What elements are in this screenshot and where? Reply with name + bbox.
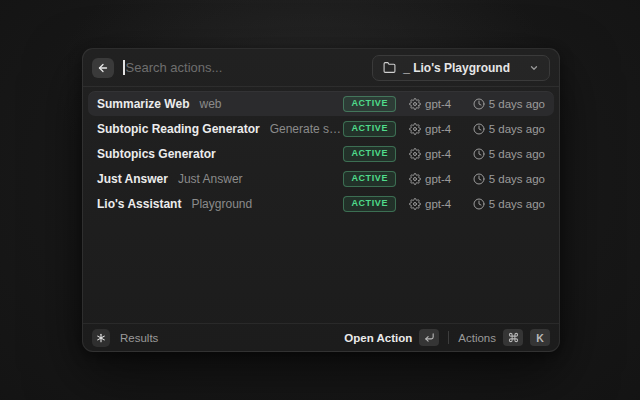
status-badge: ACTIVE (343, 146, 396, 162)
open-action-hint[interactable]: Open Action (344, 329, 439, 346)
project-selector-label: _ Lio's Playground (403, 61, 510, 75)
clock-icon (473, 198, 485, 210)
clock-icon (473, 148, 485, 160)
chevron-down-icon (529, 63, 539, 73)
action-palette-window: _ Lio's Playground Summarize Web web ACT… (82, 48, 560, 352)
updated-meta: 5 days ago (473, 98, 545, 110)
return-key-icon (419, 329, 439, 346)
model-meta: gpt-4 (409, 198, 461, 210)
model-label: gpt-4 (425, 148, 451, 160)
palette-header: _ Lio's Playground (83, 49, 559, 87)
footer-divider (448, 331, 449, 344)
updated-meta: 5 days ago (473, 123, 545, 135)
updated-label: 5 days ago (489, 123, 545, 135)
status-badge: ACTIVE (343, 196, 396, 212)
command-icon (503, 329, 523, 346)
updated-label: 5 days ago (489, 98, 545, 110)
action-title: Subtopic Reading Generator (97, 122, 260, 136)
model-label: gpt-4 (425, 198, 451, 210)
updated-label: 5 days ago (489, 198, 545, 210)
status-badge: ACTIVE (343, 121, 396, 137)
model-meta: gpt-4 (409, 98, 461, 110)
updated-label: 5 days ago (489, 173, 545, 185)
clock-icon (473, 98, 485, 110)
model-label: gpt-4 (425, 173, 451, 185)
action-title: Lio's Assistant (97, 197, 181, 211)
action-row[interactable]: Lio's Assistant Playground ACTIVE gpt-4 … (88, 191, 554, 216)
updated-meta: 5 days ago (473, 173, 545, 185)
gear-icon (409, 173, 421, 185)
k-keycap: K (530, 329, 550, 346)
updated-label: 5 days ago (489, 148, 545, 160)
arrow-left-icon (97, 62, 109, 74)
action-title: Just Answer (97, 172, 168, 186)
project-selector-dropdown[interactable]: _ Lio's Playground (372, 55, 550, 81)
status-badge: ACTIVE (343, 171, 396, 187)
actions-menu-hint[interactable]: Actions K (458, 329, 550, 346)
updated-meta: 5 days ago (473, 148, 545, 160)
gear-icon (409, 198, 421, 210)
action-subtitle: Generate subtopic reading material (270, 122, 344, 136)
gear-icon (409, 148, 421, 160)
action-row[interactable]: Subtopic Reading Generator Generate subt… (88, 116, 554, 141)
gear-icon (409, 98, 421, 110)
updated-meta: 5 days ago (473, 198, 545, 210)
open-action-label: Open Action (344, 332, 412, 344)
action-title: Summarize Web (97, 97, 189, 111)
action-subtitle: Just Answer (178, 172, 243, 186)
search-input[interactable] (125, 60, 364, 75)
action-subtitle: web (199, 97, 221, 111)
clock-icon (473, 173, 485, 185)
folder-icon (383, 61, 396, 74)
action-list: Summarize Web web ACTIVE gpt-4 5 days ag… (83, 87, 559, 323)
status-badge: ACTIVE (343, 96, 396, 112)
clock-icon (473, 123, 485, 135)
gear-icon (409, 123, 421, 135)
action-row[interactable]: Summarize Web web ACTIVE gpt-4 5 days ag… (88, 91, 554, 116)
asterisk-logo-icon (92, 329, 110, 347)
actions-label: Actions (458, 332, 496, 344)
action-subtitle: Playground (191, 197, 252, 211)
action-row[interactable]: Subtopics Generator ACTIVE gpt-4 5 days … (88, 141, 554, 166)
action-row[interactable]: Just Answer Just Answer ACTIVE gpt-4 5 d… (88, 166, 554, 191)
palette-footer: Results Open Action Actions K (83, 323, 559, 351)
search-field-wrap (123, 49, 363, 86)
results-label: Results (120, 332, 158, 344)
model-meta: gpt-4 (409, 123, 461, 135)
action-title: Subtopics Generator (97, 147, 216, 161)
back-button[interactable] (92, 58, 114, 78)
model-label: gpt-4 (425, 98, 451, 110)
model-meta: gpt-4 (409, 173, 461, 185)
model-meta: gpt-4 (409, 148, 461, 160)
model-label: gpt-4 (425, 123, 451, 135)
